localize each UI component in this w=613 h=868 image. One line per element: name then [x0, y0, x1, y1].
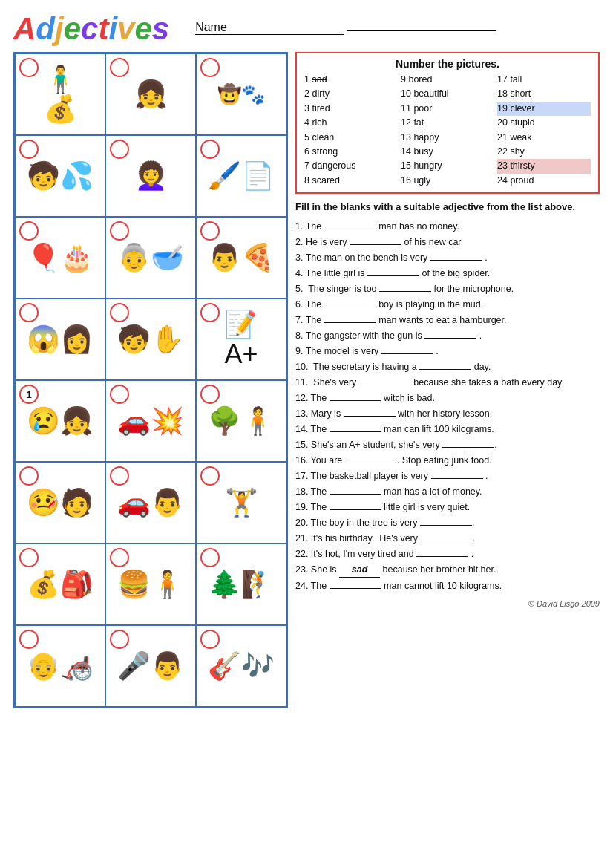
num-item-3: 3 tired	[304, 102, 398, 116]
sentence-20: 20. The boy in the tree is very .	[295, 515, 600, 530]
number-col-2: 9 bored 10 beautiful 11 poor 12 fat 13 h…	[401, 73, 494, 188]
blank-16[interactable]	[345, 463, 397, 463]
blank-1[interactable]	[324, 229, 376, 229]
cell-number-14	[110, 385, 129, 404]
blank-8[interactable]	[424, 338, 476, 339]
blank-13[interactable]	[344, 416, 396, 417]
sentence-13: 13. Mary is with her history lesson.	[295, 406, 600, 421]
blank-21[interactable]	[421, 541, 473, 541]
pic-11: 🧒✋	[117, 324, 184, 354]
grid-cell-23: 🎤👨	[105, 625, 196, 707]
cell-number-15	[200, 385, 220, 404]
header: Adjectives Name	[13, 13, 600, 45]
pic-18: 🏋️	[225, 488, 258, 518]
blank-5[interactable]	[379, 291, 431, 292]
main-content: 🧍‍♂️💰 👧 🤠🐾 🧒💦 👩‍🦱 🖌️📄	[13, 52, 600, 708]
word-sad: sad	[312, 74, 327, 85]
num-item-19: 19 clever	[497, 102, 591, 116]
right-panel: Number the pictures. 1 sad 2 dirty 3 tir…	[288, 52, 600, 708]
num-item-12: 12 fat	[401, 116, 494, 130]
blank-23[interactable]: sad	[339, 562, 380, 578]
sentence-22: 22. It's hot, I'm very tired and .	[295, 546, 600, 561]
pic-16: 🤒🧑	[27, 488, 94, 518]
grid-cell-1: 🧍‍♂️💰	[15, 53, 105, 135]
sentence-23: 23. She is sad because her brother hit h…	[295, 562, 600, 578]
blank-22[interactable]	[416, 556, 468, 557]
blank-7[interactable]	[324, 322, 376, 323]
grid-cell-14: 🚗💥	[105, 380, 196, 462]
blank-14[interactable]	[330, 431, 381, 432]
grid-cell-18: 🏋️	[196, 462, 286, 544]
blank-19[interactable]	[330, 509, 381, 510]
cell-number-23	[110, 630, 129, 649]
cell-number-4	[19, 140, 39, 159]
grid-cell-3: 🤠🐾	[196, 53, 286, 135]
number-col-3: 17 tall 18 short 19 clever 20 stupid 21 …	[497, 73, 591, 188]
page-title: Adjectives	[13, 13, 169, 45]
cell-number-8	[110, 221, 129, 241]
page: Adjectives Name 🧍‍♂️💰 👧 🤠🐾	[0, 0, 613, 868]
blank-9[interactable]	[381, 353, 433, 354]
pic-2: 👧	[134, 79, 168, 109]
blank-10[interactable]	[419, 369, 471, 370]
blank-20[interactable]	[420, 525, 472, 526]
cell-number-16	[19, 466, 39, 486]
grid-cell-2: 👧	[105, 53, 196, 135]
cell-number-19	[19, 548, 39, 567]
cell-number-21	[200, 548, 220, 567]
cell-number-20	[110, 548, 129, 567]
cell-number-22	[19, 630, 39, 649]
num-item-23: 23 thirsty	[497, 159, 591, 173]
grid-cell-17: 🚗👨	[105, 462, 196, 544]
num-item-16: 16 ugly	[401, 174, 494, 188]
blank-24[interactable]	[330, 588, 381, 589]
grid-cell-5: 👩‍🦱	[105, 135, 196, 217]
name-label: Name	[195, 21, 344, 35]
sentence-17: 17. The basketball player is very .	[295, 469, 600, 483]
num-item-2: 2 dirty	[304, 87, 398, 101]
sentence-18: 18. The man has a lot of money.	[295, 484, 600, 499]
grid-cell-7: 🎈🎂	[15, 217, 105, 298]
grid-cell-11: 🧒✋	[105, 298, 196, 380]
pic-6: 🖌️📄	[208, 161, 275, 191]
num-item-11: 11 poor	[401, 102, 494, 116]
pic-5: 👩‍🦱	[134, 161, 168, 191]
blank-17[interactable]	[431, 478, 483, 479]
sentence-10: 10. The secretary is having a day.	[295, 359, 600, 374]
sentence-21: 21. It's his birthday. He's very .	[295, 531, 600, 546]
grid-cell-24: 🎸🎶	[196, 625, 286, 707]
number-list: 1 sad 2 dirty 3 tired 4 rich 5 clean 6 s…	[304, 73, 591, 188]
blank-2[interactable]	[350, 244, 401, 245]
pic-9: 👨🍕	[208, 243, 275, 273]
copyright: © David Lisgo 2009	[295, 598, 600, 611]
num-item-6: 6 strong	[304, 145, 398, 159]
image-grid: 🧍‍♂️💰 👧 🤠🐾 🧒💦 👩‍🦱 🖌️📄	[13, 52, 288, 708]
cell-number-6	[200, 140, 220, 159]
sentence-11: 11. She's very because she takes a bath …	[295, 375, 600, 390]
grid-cell-16: 🤒🧑	[15, 462, 105, 544]
blank-6[interactable]	[324, 307, 376, 307]
num-item-21: 21 weak	[497, 131, 591, 145]
pic-8: 👵🥣	[117, 243, 184, 273]
num-item-17: 17 tall	[497, 73, 591, 87]
blank-3[interactable]	[430, 260, 482, 261]
sentence-16: 16. You are . Stop eating junk food.	[295, 453, 600, 468]
cell-number-9	[200, 221, 220, 241]
num-item-14: 14 busy	[401, 145, 494, 159]
fill-instructions: Fill in the blanks with a suitable adjec…	[295, 200, 600, 215]
num-item-9: 9 bored	[401, 73, 494, 87]
num-item-13: 13 happy	[401, 131, 494, 145]
pic-13: 😢👧	[27, 406, 94, 436]
blank-18[interactable]	[330, 494, 381, 495]
pic-15: 🌳🧍	[208, 406, 275, 436]
sentence-1: 1. The man has no money.	[295, 219, 600, 234]
sentence-3: 3. The man on the bench is very .	[295, 250, 600, 265]
blank-15[interactable]	[442, 447, 494, 448]
blank-4[interactable]	[367, 275, 419, 276]
sentence-2: 2. He is very of his new car.	[295, 235, 600, 249]
grid-cell-20: 🍔🧍	[105, 544, 196, 625]
blank-11[interactable]	[359, 385, 411, 385]
num-item-20: 20 stupid	[497, 116, 591, 130]
cell-number-1	[19, 58, 39, 77]
blank-12[interactable]	[330, 400, 381, 401]
